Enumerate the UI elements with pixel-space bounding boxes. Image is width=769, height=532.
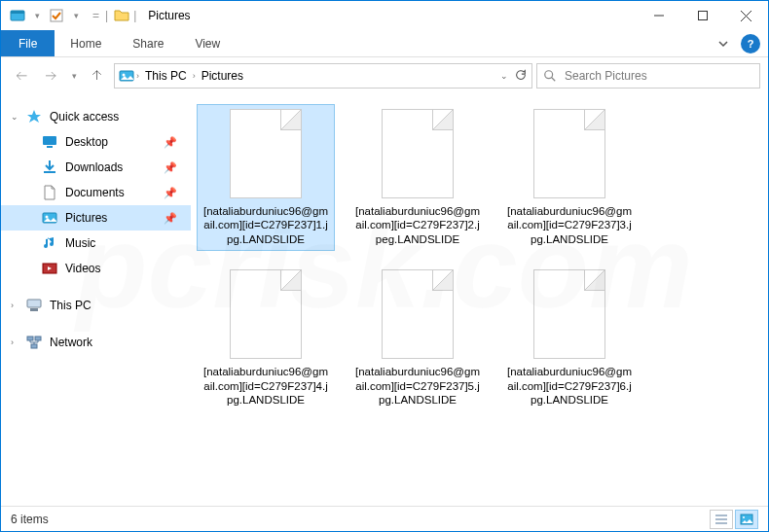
file-item[interactable]: [nataliaburduniuc96@gmail.com][id=C279F2… [500, 104, 639, 251]
file-item[interactable]: [nataliaburduniuc96@gmail.com][id=C279F2… [500, 265, 639, 411]
pictures-icon [119, 68, 134, 84]
file-grid: [nataliaburduniuc96@gmail.com][id=C279F2… [197, 104, 762, 411]
file-name: [nataliaburduniuc96@gmail.com][id=C279F2… [505, 204, 634, 246]
svg-rect-20 [31, 344, 37, 348]
sidebar-quick-access[interactable]: ⌄ Quick access [1, 104, 191, 129]
videos-icon [42, 261, 57, 276]
svg-line-10 [552, 78, 556, 82]
sidebar-item-label: Network [50, 336, 92, 349]
music-icon [42, 235, 57, 251]
caret-right-icon[interactable]: › [11, 301, 14, 310]
breadcrumb-pictures[interactable]: Pictures [198, 69, 247, 83]
back-button[interactable]: 🡠 [9, 63, 34, 89]
qat-dropdown[interactable]: ▾ [30, 5, 44, 26]
file-thumb-icon [533, 269, 605, 359]
file-view[interactable]: [nataliaburduniuc96@gmail.com][id=C279F2… [191, 94, 768, 506]
close-button[interactable] [724, 1, 768, 30]
address-bar[interactable]: › This PC › Pictures ⌄ [114, 63, 532, 89]
tab-share[interactable]: Share [117, 30, 179, 56]
caret-down-icon[interactable]: ⌄ [11, 112, 18, 122]
file-thumb-icon [230, 269, 302, 359]
window-title: Pictures [148, 9, 190, 22]
item-count: 6 items [11, 513, 49, 526]
sidebar-item-label: Desktop [65, 135, 108, 149]
sidebar-item-label: Downloads [65, 160, 123, 174]
address-dropdown-icon[interactable]: ⌄ [500, 71, 508, 81]
chevron-right-icon[interactable]: › [136, 71, 139, 81]
quick-access-toolbar: ▾ ▾ [1, 5, 83, 26]
svg-rect-11 [43, 136, 56, 145]
caret-right-icon[interactable]: › [11, 337, 14, 347]
file-item[interactable]: [nataliaburduniuc96@gmail.com][id=C279F2… [197, 265, 335, 411]
svg-rect-4 [698, 12, 707, 20]
thumbnail-view-button[interactable] [735, 510, 758, 529]
svg-rect-2 [51, 10, 62, 21]
maximize-button[interactable] [680, 1, 724, 30]
qat-icon-app[interactable] [7, 5, 28, 26]
sidebar-item-documents[interactable]: Documents 📌 [1, 180, 191, 205]
sidebar-item-label: This PC [50, 299, 92, 312]
breadcrumb-label: This PC [145, 69, 187, 83]
this-pc-icon [26, 298, 42, 313]
svg-rect-12 [47, 146, 53, 148]
file-tab[interactable]: File [1, 30, 55, 56]
sidebar-item-music[interactable]: Music [1, 231, 191, 256]
file-item[interactable]: [nataliaburduniuc96@gmail.com][id=C279F2… [348, 265, 487, 411]
chevron-right-icon[interactable]: › [193, 71, 196, 81]
minimize-button[interactable] [637, 1, 680, 30]
svg-rect-18 [27, 337, 33, 340]
pin-icon: 📌 [164, 187, 177, 199]
details-view-button[interactable] [710, 510, 733, 529]
network-icon [26, 335, 42, 350]
tab-home[interactable]: Home [55, 30, 117, 56]
sidebar-item-desktop[interactable]: Desktop 📌 [1, 129, 191, 155]
file-name: [nataliaburduniuc96@gmail.com][id=C279F2… [201, 204, 330, 246]
pin-icon: 📌 [164, 136, 177, 149]
breadcrumb-this-pc[interactable]: This PC [141, 69, 191, 83]
sidebar-item-pictures[interactable]: Pictures 📌 [1, 205, 191, 231]
help-icon[interactable]: ? [741, 34, 760, 53]
pictures-icon [42, 210, 57, 226]
sidebar-item-label: Quick access [50, 110, 119, 124]
search-icon [543, 69, 557, 83]
file-item[interactable]: [nataliaburduniuc96@gmail.com][id=C279F2… [348, 104, 487, 251]
file-thumb-icon [382, 269, 454, 359]
folder-icon: = | [92, 8, 129, 23]
desktop-icon [42, 134, 57, 150]
refresh-icon[interactable] [514, 68, 528, 85]
pin-icon: 📌 [164, 212, 177, 225]
breadcrumb-label: Pictures [201, 69, 243, 83]
navigation-row: 🡠 🡢 ▾ 🡡 › This PC › Pictures ⌄ Search Pi… [1, 57, 768, 94]
sidebar-this-pc[interactable]: › This PC [1, 293, 191, 318]
sidebar-item-downloads[interactable]: Downloads 📌 [1, 155, 191, 180]
svg-point-9 [545, 71, 553, 79]
star-icon [26, 109, 42, 124]
status-bar: 6 items [1, 506, 768, 531]
sidebar-item-label: Music [65, 236, 95, 250]
recent-locations-dropdown[interactable]: ▾ [67, 63, 81, 89]
svg-rect-19 [35, 337, 41, 340]
up-button[interactable]: 🡡 [85, 63, 110, 89]
ribbon: File Home Share View ? [1, 30, 768, 57]
qat-checkbox[interactable] [46, 5, 67, 26]
file-name: [nataliaburduniuc96@gmail.com][id=C279F2… [353, 365, 482, 407]
file-name: [nataliaburduniuc96@gmail.com][id=C279F2… [505, 365, 634, 407]
file-thumb-icon [230, 109, 302, 198]
forward-button[interactable]: 🡢 [38, 63, 63, 89]
navigation-sidebar: ⌄ Quick access Desktop 📌 Downloads 📌 Doc… [1, 94, 191, 506]
file-item[interactable]: [nataliaburduniuc96@gmail.com][id=C279F2… [197, 104, 335, 251]
sidebar-item-videos[interactable]: Videos [1, 256, 191, 281]
svg-rect-16 [27, 300, 41, 307]
svg-rect-1 [11, 11, 24, 14]
file-name: [nataliaburduniuc96@gmail.com][id=C279F2… [201, 365, 330, 407]
sidebar-network[interactable]: › Network [1, 330, 191, 355]
search-input[interactable]: Search Pictures [536, 63, 760, 89]
ribbon-collapse-icon[interactable] [710, 38, 737, 50]
sidebar-item-label: Pictures [65, 211, 107, 225]
file-name: [nataliaburduniuc96@gmail.com][id=C279F2… [353, 204, 482, 246]
view-toggle [710, 510, 758, 529]
qat-dropdown-2[interactable]: ▾ [69, 5, 83, 26]
tab-view[interactable]: View [179, 30, 236, 56]
file-thumb-icon [533, 109, 605, 198]
svg-point-25 [743, 516, 745, 518]
